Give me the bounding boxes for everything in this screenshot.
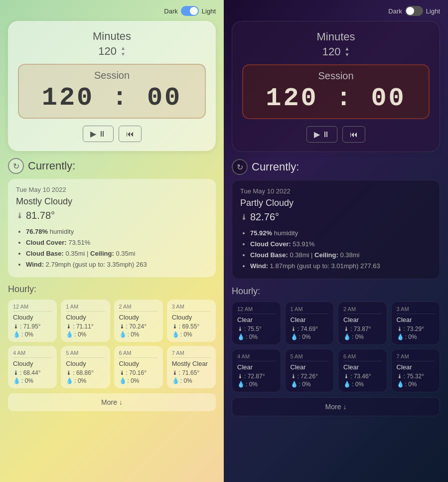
right-hourly-card-4: 4 AM Clear 🌡: 72.87° 💧: 0% [232,349,281,392]
right-wind-val: 1.87mph (gust up to: 3.01mph) 277.63 [270,262,380,270]
right-minutes-spinner[interactable]: ▲ ▼ [344,46,349,58]
left-pause-icon: ⏸ [98,130,106,139]
right-hourly-temp-3: 🌡: 73.29° [397,325,435,332]
left-hourly-time-6: 6 AM [119,350,158,358]
right-humidity-label: humidity [274,229,298,237]
right-play-icon: ▶ [314,130,320,139]
right-hourly-temp-2: 🌡: 73.87° [343,325,382,332]
right-theme-track[interactable] [405,6,423,16]
right-weather-date: Tue May 10 2022 [240,187,432,195]
right-hourly-time-2: 2 AM [343,306,382,314]
left-hourly-temp-5: 🌡: 68.86° [66,369,105,376]
left-session-label: Session [27,70,197,81]
left-more-button[interactable]: More ↓ [8,393,216,411]
left-theme-thumb [190,7,198,15]
right-dark-label: Dark [388,7,402,15]
right-play-pause-button[interactable]: ▶ ⏸ [306,126,337,143]
right-hourly-card-0: 12 AM Clear 🌡: 75.5° 💧: 0% [232,302,281,345]
left-hourly-card-3: 3 AM Cloudy 🌡: 69.55° 💧: 0% [167,300,216,342]
right-theme-thumb [406,7,414,15]
left-skip-icon: ⏮ [126,130,134,139]
left-theme-toggle: Dark Light [8,6,216,16]
right-hourly-humid-2: 💧: 0% [343,333,382,340]
left-skip-button[interactable]: ⏮ [119,126,142,142]
right-cloud-base-label: Cloud Base: [250,251,288,259]
right-wind-detail: Wind: 1.87mph (gust up to: 3.01mph) 277.… [250,261,432,272]
left-theme-track[interactable] [181,6,199,16]
left-hourly-cond-3: Cloudy [172,314,211,321]
left-hourly-card-0: 12 AM Cloudy 🌡: 71.95° 💧: 0% [8,300,57,342]
left-cloud-base-detail: Cloud Base: 0.35mi | Ceiling: 0.35mi [26,248,208,259]
left-hourly-humid-5: 💧: 0% [66,377,105,384]
left-hourly-humid-2: 💧: 0% [119,331,158,338]
right-spinner-down[interactable]: ▼ [344,52,349,58]
right-temp-icon: 🌡 [240,213,248,222]
left-hourly-cond-5: Cloudy [66,360,105,367]
left-minutes-label: Minutes [18,30,206,43]
left-humidity-pct: 76.78% [26,228,48,235]
right-hourly-humid-3: 💧: 0% [397,333,435,340]
left-timer-controls: ▶ ⏸ ⏮ [18,126,206,142]
right-minutes-row: 120 ▲ ▼ [242,45,430,58]
right-weather-card: Tue May 10 2022 Partly Cloudy 🌡 82.76° 7… [232,180,440,279]
right-timer-controls: ▶ ⏸ ⏮ [242,126,430,143]
right-cloud-base-val: 0.38mi [290,251,309,259]
right-more-button[interactable]: More ↓ [232,397,440,416]
left-play-pause-button[interactable]: ▶ ⏸ [83,126,114,142]
right-skip-icon: ⏮ [350,130,358,139]
right-hourly-cond-7: Clear [397,363,435,371]
right-minutes-value: 120 [322,45,341,58]
right-hourly-humid-4: 💧: 0% [237,381,276,388]
left-minutes-row: 120 ▲ ▼ [18,45,206,58]
right-hourly-temp-6: 🌡: 73.46° [343,373,382,380]
left-currently-header: ↻ Currently: [8,158,216,174]
right-cloud-base-detail: Cloud Base: 0.38mi | Ceiling: 0.38mi [250,250,432,261]
left-humidity-label: humidity [50,228,74,235]
right-spinner-up[interactable]: ▲ [344,46,349,52]
right-hourly-grid: 12 AM Clear 🌡: 75.5° 💧: 0% 1 AM Clear 🌡:… [232,302,440,392]
left-minutes-value: 120 [98,45,117,58]
left-hourly-cond-4: Cloudy [13,360,52,367]
right-hourly-time-4: 4 AM [237,353,276,361]
left-wind-detail: Wind: 2.79mph (gust up to: 3.35mph) 263 [26,259,208,270]
right-minutes-label: Minutes [242,30,430,43]
left-ceiling-label: Ceiling: [90,250,114,257]
right-cloud-cover-val: 53.91% [293,240,314,248]
left-light-label: Light [202,7,216,15]
right-hourly-humid-0: 💧: 0% [237,333,276,340]
left-hourly-cond-6: Cloudy [119,360,158,367]
right-hourly-temp-4: 🌡: 72.87° [237,373,276,380]
right-hourly-cond-5: Clear [291,363,329,371]
right-skip-button[interactable]: ⏮ [342,126,365,143]
left-weather-temp-row: 🌡 81.78° [16,210,208,221]
left-timer-card: Minutes 120 ▲ ▼ Session 120 : 00 ▶ ⏸ ⏮ [8,21,216,151]
right-refresh-button[interactable]: ↻ [232,159,248,175]
left-hourly-humid-1: 💧: 0% [66,331,105,338]
spinner-up[interactable]: ▲ [121,45,126,51]
left-hourly-card-5: 5 AM Cloudy 🌡: 68.86° 💧: 0% [61,346,110,388]
left-humidity-detail: 76.78% humidity [26,226,208,237]
left-hourly-temp-1: 🌡: 71.11° [66,323,105,330]
right-hourly-time-3: 3 AM [397,306,435,314]
right-cloud-cover-label: Cloud Cover: [250,240,291,248]
left-weather-temp: 81.78° [26,210,55,221]
left-refresh-button[interactable]: ↻ [8,158,24,174]
right-hourly-time-6: 6 AM [343,353,382,361]
right-humidity-detail: 75.92% humidity [250,228,432,239]
right-weather-temp: 82.76° [250,211,279,223]
right-hourly-card-3: 3 AM Clear 🌡: 73.29° 💧: 0% [391,302,441,345]
left-minutes-spinner[interactable]: ▲ ▼ [121,45,126,57]
left-weather-details: 76.78% humidity Cloud Cover: 73.51% Clou… [16,226,208,270]
right-currently-title: Currently: [252,161,299,173]
right-hourly-card-2: 2 AM Clear 🌡: 73.87° 💧: 0% [338,302,387,345]
right-currently-header: ↻ Currently: [232,159,440,175]
right-hourly-time-0: 12 AM [237,306,276,314]
right-panel: Dark Light Minutes 120 ▲ ▼ Session 120 :… [224,0,448,482]
left-wind-label: Wind: [26,261,44,268]
spinner-down[interactable]: ▼ [121,51,126,57]
right-hourly-time-5: 5 AM [291,353,329,361]
left-hourly-time-3: 3 AM [172,304,211,312]
left-hourly-humid-4: 💧: 0% [13,377,52,384]
left-ceiling-val: 0.35mi [116,250,135,257]
right-weather-condition: Partly Cloudy [240,198,432,208]
